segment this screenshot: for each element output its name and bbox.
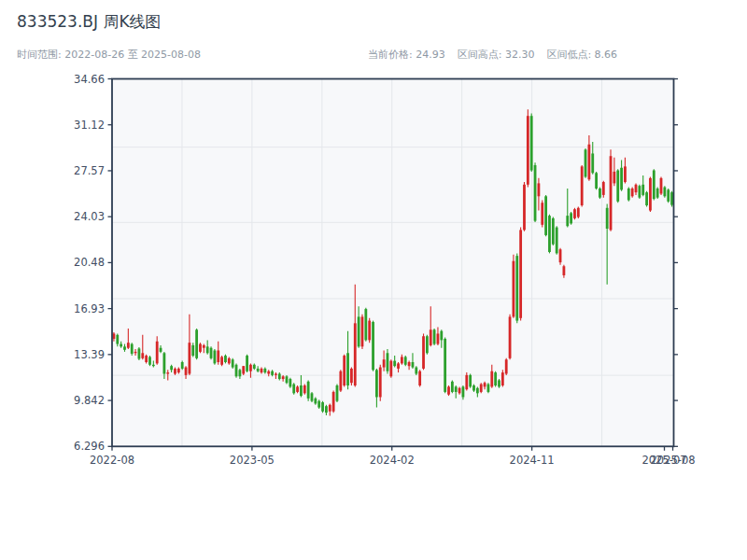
candle-up [217, 351, 219, 362]
candle-up [465, 375, 468, 389]
candle-down [364, 309, 367, 340]
candle-down [498, 380, 500, 386]
candle-down [138, 348, 141, 358]
candle-down [544, 196, 547, 235]
candle-down [235, 365, 238, 376]
candle-down [404, 357, 407, 364]
candle-up [562, 266, 565, 275]
candle-up [437, 333, 440, 343]
candle-up [541, 203, 543, 225]
candle-down [595, 173, 598, 189]
candle-up [203, 345, 205, 348]
candle-up [538, 183, 541, 196]
candle-up [397, 363, 400, 369]
candle-up [389, 361, 392, 377]
candle-down [271, 371, 274, 375]
candle-up [501, 372, 504, 385]
candle-down [591, 153, 594, 173]
candle-down [620, 168, 623, 190]
candle-up [523, 185, 526, 231]
candle-up [329, 405, 331, 412]
candle-up [141, 353, 144, 358]
candle-down [534, 165, 537, 221]
candle-down [336, 385, 339, 401]
candle-up [430, 329, 432, 345]
candle-down [210, 348, 213, 358]
y-tick-label: 6.296 [74, 440, 105, 453]
y-tick-label: 24.03 [74, 210, 105, 223]
candle-up [113, 333, 116, 339]
candle-up [631, 189, 634, 196]
candle-down [469, 375, 472, 386]
candle-up [261, 369, 263, 372]
candle-up [401, 357, 403, 363]
x-tick-label: 2024-11 [510, 454, 555, 467]
candle-up [480, 385, 483, 392]
candle-down [292, 385, 295, 394]
candle-down [552, 218, 555, 245]
candle-down [213, 351, 216, 364]
candle-up [296, 386, 299, 392]
candle-up [635, 185, 638, 192]
candle-down [387, 353, 389, 371]
candle-up [519, 230, 522, 317]
candle-down [257, 369, 260, 371]
candle-up [418, 371, 421, 385]
y-tick-label: 31.12 [74, 119, 105, 132]
candle-down [116, 335, 119, 344]
candle-up [166, 372, 169, 373]
candle-up [185, 368, 188, 375]
candle-down [300, 385, 303, 396]
candle-up [505, 359, 508, 373]
candle-down [372, 322, 374, 370]
candle-down [246, 356, 248, 371]
x-tick-label: 2025-08 [651, 454, 696, 467]
candle-down [170, 366, 173, 370]
candle-up [339, 371, 342, 391]
candle-up [368, 321, 371, 341]
candle-down [263, 369, 266, 372]
candle-up [145, 356, 148, 362]
candle-up [156, 342, 159, 364]
candle-down [289, 379, 291, 386]
candle-down [599, 189, 601, 198]
plot-area [112, 79, 674, 447]
candle-down [585, 149, 587, 176]
candle-down [556, 228, 558, 254]
y-tick-label: 34.66 [74, 73, 105, 86]
candle-up [408, 362, 411, 366]
candle-up [303, 385, 306, 393]
candle-up [220, 357, 223, 364]
candle-up [177, 369, 180, 372]
candle-down [163, 353, 166, 373]
candle-up [199, 344, 202, 352]
y-tick-label: 13.39 [74, 348, 105, 361]
candle-down [314, 399, 317, 404]
candle-down [462, 386, 465, 397]
candle-up [127, 343, 130, 348]
candle-down [191, 345, 194, 356]
candle-up [188, 343, 190, 373]
candle-down [653, 171, 655, 200]
candle-down [286, 376, 289, 383]
candle-down [375, 370, 378, 397]
candle-down [148, 357, 151, 364]
candle-down [645, 192, 648, 205]
candle-down [224, 356, 227, 362]
candle-down [455, 386, 458, 392]
candle-down [238, 370, 241, 376]
candle-down [476, 388, 479, 394]
candle-up [174, 369, 176, 374]
candle-up [559, 249, 562, 262]
candle-down [160, 348, 162, 352]
candle-down [548, 216, 551, 252]
candle-up [587, 145, 590, 179]
kline-chart-page: { "header": { "title": "833523.BJ 周K线图",… [0, 0, 747, 560]
candle-down [656, 189, 659, 198]
candle-up [660, 178, 663, 194]
x-tick-label: 2024-02 [370, 454, 415, 467]
candle-up [577, 208, 580, 217]
candle-down [131, 344, 134, 354]
candle-down [616, 171, 619, 202]
y-tick-label: 16.93 [74, 302, 105, 315]
